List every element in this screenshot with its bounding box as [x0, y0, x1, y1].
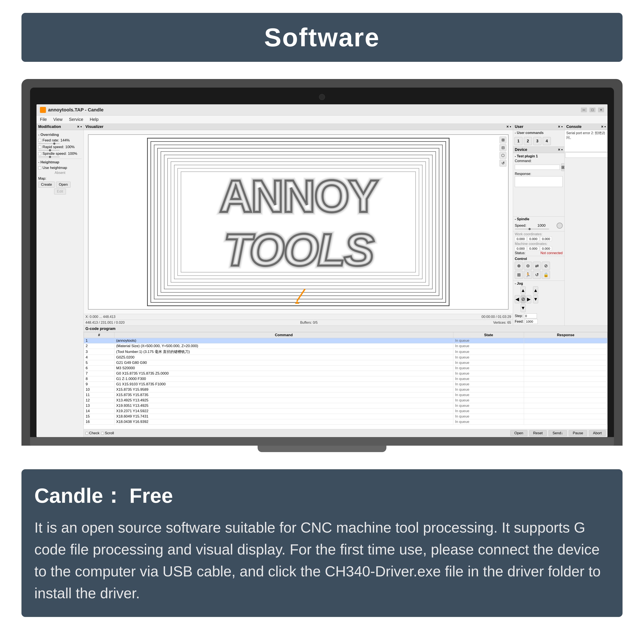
device-header: Device × •	[513, 147, 564, 153]
absent-label: Absent	[38, 171, 82, 175]
spindle-speed-checkbox[interactable]	[38, 152, 41, 155]
user-pin: × •	[558, 125, 563, 129]
laptop-outer: annoytools.TAP - Candle ─ □ × File View …	[21, 79, 623, 446]
table-row[interactable]: 16 X18.0438 Y16.9392 In queue	[84, 419, 608, 425]
app-window: annoytools.TAP - Candle ─ □ × File View …	[36, 104, 608, 437]
close-button[interactable]: ×	[598, 108, 604, 112]
ctrl-reset[interactable]: ↺	[533, 271, 541, 279]
row-response	[524, 371, 608, 376]
table-row[interactable]: 9 G1 X15.9103 Y15.8735 F1000 In queue	[84, 382, 608, 387]
ctrl-move[interactable]: ⇄	[533, 262, 541, 270]
reset-btn[interactable]: Reset	[529, 430, 547, 436]
rapid-speed-value: 100%	[65, 145, 74, 149]
step-input[interactable]	[524, 313, 537, 318]
maximize-button[interactable]: □	[589, 108, 595, 112]
viz-zoom-btn[interactable]: ⊟	[500, 144, 506, 151]
spindle-speed-slider-row	[38, 156, 82, 157]
table-row[interactable]: 6 M3 S20000 In queue	[84, 366, 608, 371]
jog-up[interactable]: ▲	[521, 286, 526, 295]
laptop-stand	[258, 446, 386, 452]
ctrl-zoom-out[interactable]: ⊖	[524, 262, 532, 270]
open-gcode-btn[interactable]: Open	[510, 430, 527, 436]
table-row[interactable]: 13 X19.9351 Y13.4925 In queue	[84, 403, 608, 409]
table-row[interactable]: 8 G1 Z-1.0000 F300 In queue	[84, 376, 608, 382]
user-cmd-4[interactable]: 4	[543, 137, 551, 145]
send-btn[interactable]: Send↓	[548, 430, 567, 436]
table-row[interactable]: 4 G0Z5.0200 In queue	[84, 355, 608, 360]
feed-rate-slider[interactable]	[38, 143, 60, 144]
menu-help[interactable]: Help	[90, 117, 99, 122]
title-bar: annoytools.TAP - Candle ─ □ ×	[36, 104, 608, 115]
col-num: #	[84, 332, 114, 338]
viz-3d-btn[interactable]: ⬡	[500, 152, 506, 159]
control-label: Control	[515, 257, 563, 261]
table-row[interactable]: 15 X18.6049 Y15.7431 In queue	[84, 414, 608, 419]
jog-z-up[interactable]: ▲	[533, 286, 538, 295]
rapid-speed-checkbox[interactable]	[38, 146, 41, 149]
feed-rate-slider-row	[38, 143, 82, 144]
ctrl-grid[interactable]: ⊞	[515, 271, 523, 279]
heightmap-header: - Heightmap	[38, 160, 82, 164]
row-cmd: (Material Size) (X=500.000, Y=500.000, Z…	[114, 343, 453, 349]
jog-left[interactable]: ◀	[515, 295, 520, 303]
row-response	[524, 343, 608, 349]
feed-input[interactable]	[525, 319, 538, 324]
open-map-button[interactable]: Open	[56, 182, 71, 188]
ctrl-zoom-in[interactable]: ⊕	[515, 262, 523, 270]
table-row[interactable]: 11 X15.8735 Y15.8735 In queue	[84, 392, 608, 398]
console-input-field[interactable]	[565, 152, 608, 158]
command-input[interactable]	[515, 165, 560, 170]
viz-toolbar: ⊞ ⊟ ⬡ ↺	[500, 137, 506, 167]
row-cmd: G21 G49 G80 G90	[114, 360, 453, 366]
ctrl-lock[interactable]: 🔒	[542, 271, 550, 279]
spindle-icon[interactable]	[557, 223, 563, 229]
user-cmd-1[interactable]: 1	[514, 137, 522, 145]
create-button[interactable]: Create	[38, 182, 55, 188]
menu-service[interactable]: Service	[69, 117, 83, 122]
feed-rate-checkbox[interactable]	[38, 139, 41, 142]
laptop-screen: annoytools.TAP - Candle ─ □ × File View …	[36, 104, 608, 437]
menu-file[interactable]: File	[40, 117, 47, 122]
table-row[interactable]: 12 X13.4925 Y13.4925 In queue	[84, 398, 608, 403]
table-row[interactable]: 7 G0 X15.8735 Y15.8735 Z5.0000 In queue	[84, 371, 608, 376]
row-num: 14	[84, 409, 114, 414]
abort-btn[interactable]: Abort	[589, 430, 606, 436]
user-cmd-2[interactable]: 2	[524, 137, 532, 145]
scroll-checkbox[interactable]	[101, 432, 104, 435]
row-num: 12	[84, 398, 114, 403]
gcode-table-element: # Command State Response 1	[84, 332, 608, 425]
user-cmd-3[interactable]: 3	[533, 137, 541, 145]
ctrl-run[interactable]: 🏃	[524, 271, 532, 279]
row-response	[524, 387, 608, 392]
jog-home[interactable]: ⊘	[521, 295, 526, 303]
ctrl-stop[interactable]: ⊘	[542, 262, 550, 270]
table-row[interactable]: 2 (Material Size) (X=500.000, Y=500.000,…	[84, 343, 608, 349]
jog-z-down[interactable]: ▼	[533, 295, 538, 303]
edit-button[interactable]: Edit	[54, 188, 66, 194]
row-num: 5	[84, 360, 114, 366]
check-checkbox[interactable]	[85, 432, 88, 435]
device-pin: × •	[558, 147, 563, 152]
viz-reset-btn[interactable]: ↺	[500, 160, 506, 167]
device-send-btn[interactable]: ⊞	[561, 163, 564, 171]
table-row[interactable]: 1 (annoytools) In queue	[84, 338, 608, 343]
console-label: Console	[566, 125, 582, 129]
rapid-speed-slider[interactable]	[38, 150, 60, 151]
minimize-button[interactable]: ─	[581, 108, 587, 112]
jog-right[interactable]: ▶	[526, 295, 532, 303]
pause-btn[interactable]: Pause	[569, 430, 587, 436]
row-cmd: G0Z5.0200	[114, 355, 453, 360]
test-plugin-label: - Test plugin 1	[515, 154, 563, 158]
row-state: In queue	[453, 382, 524, 387]
menu-view[interactable]: View	[53, 117, 62, 122]
table-row[interactable]: 14 X19.2371 Y14.5922 In queue	[84, 409, 608, 414]
table-row[interactable]: 5 G21 G49 G80 G90 In queue	[84, 360, 608, 366]
use-heightmap-checkbox[interactable]	[38, 166, 41, 169]
table-row[interactable]: 10 X15.8735 Y15.9589 In queue	[84, 387, 608, 392]
jog-down[interactable]: ▼	[521, 304, 526, 312]
spindle-speed-slider[interactable]	[38, 156, 60, 157]
spindle-slider[interactable]	[515, 229, 549, 229]
svg-text:TOOLS: TOOLS	[223, 224, 374, 275]
viz-fit-btn[interactable]: ⊞	[500, 137, 506, 143]
table-row[interactable]: 3 (Tool Number:1) (3.175 毫米 直径的键槽铣刀) In …	[84, 349, 608, 355]
